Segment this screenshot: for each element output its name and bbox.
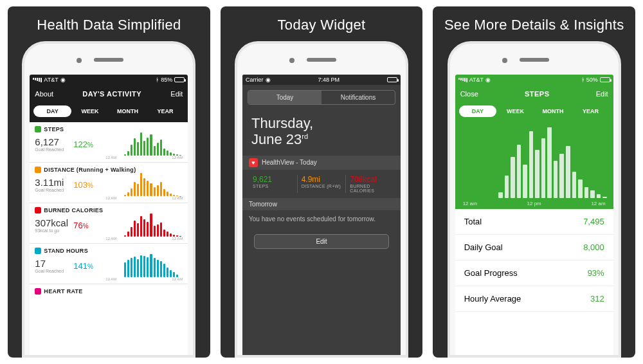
stat-goal[interactable]: Daily Goal8,000 (455, 235, 613, 260)
metric-calories[interactable]: BURNED CALORIES 307kcal 93kcal to go 76%… (30, 203, 188, 244)
page-title: STEPS (525, 90, 550, 98)
status-bar: AT&T ◉ ᚼ 85% (30, 75, 188, 85)
steps-pct: 122% (73, 140, 103, 149)
status-bar: Carrier ◉ 7:48 PM (242, 75, 401, 85)
carrier-label: Carrier (246, 77, 264, 83)
wifi-icon: ◉ (266, 77, 271, 83)
battery-icon (387, 77, 397, 82)
panel-details: See More Details & Insights AT&T ◉ ᚼ 50%… (433, 6, 635, 358)
battery-pct: 85% (161, 77, 172, 83)
signal-icon (33, 78, 42, 82)
range-year[interactable]: YEAR (147, 105, 185, 117)
tab-notifications[interactable]: Notifications (322, 91, 395, 104)
distance-value: 3.11mi (35, 177, 73, 188)
calories-chart (103, 214, 183, 237)
panel-title: See More Details & Insights (444, 6, 624, 41)
calories-value: 307kcal (35, 217, 73, 228)
range-day[interactable]: DAY (33, 105, 71, 117)
range-day[interactable]: DAY (459, 105, 497, 117)
steps-sub: Goal Reached (35, 147, 73, 152)
signal-icon (458, 78, 467, 82)
metric-distance[interactable]: DISTANCE (Running + Walking) 3.11mi Goal… (30, 163, 188, 203)
edit-button[interactable]: Edit (170, 90, 183, 98)
steps-detail-chart: 12 am 12 pm 12 am (455, 122, 613, 209)
phone-frame: Carrier ◉ 7:48 PM Today Notifications Th… (235, 41, 408, 358)
calories-icon (35, 207, 41, 214)
widget-tabs: Today Notifications (248, 90, 395, 105)
widget-header[interactable]: ♥ HealthView - Today (242, 156, 401, 170)
status-bar: AT&T ◉ ᚼ 50% (455, 75, 613, 85)
carrier-label: AT&T (469, 77, 484, 83)
nav-bar: Close STEPS Edit (455, 85, 613, 103)
range-week[interactable]: WEEK (71, 105, 109, 117)
steps-chart (103, 132, 183, 156)
screen-activity: AT&T ◉ ᚼ 85% About DAY'S ACTIVITY Edit D… (30, 75, 188, 355)
steps-icon (35, 126, 41, 132)
panel-title: Health Data Simplified (37, 6, 181, 41)
range-week[interactable]: WEEK (496, 105, 534, 117)
screen-steps-detail: AT&T ◉ ᚼ 50% Close STEPS Edit DAY WEEK M… (455, 75, 613, 355)
edit-button[interactable]: Edit (596, 90, 608, 98)
tomorrow-header: Tomorrow (242, 198, 401, 210)
stat-hourly[interactable]: Hourly Average312 (455, 286, 613, 312)
stat-total[interactable]: Total7,495 (455, 209, 613, 235)
stand-pct: 141% (73, 261, 103, 271)
stand-icon (35, 248, 41, 254)
widget-stat-steps: 9,621 STEPS (249, 175, 298, 193)
tomorrow-message: You have no events scheduled for tomorro… (242, 210, 401, 232)
widget-date: Thursday, June 23rd (242, 110, 401, 156)
time-label: 7:48 PM (318, 77, 340, 83)
range-year[interactable]: YEAR (572, 105, 610, 117)
stat-progress[interactable]: Goal Progress93% (455, 260, 613, 286)
screen-widget: Carrier ◉ 7:48 PM Today Notifications Th… (242, 75, 401, 355)
range-month[interactable]: MONTH (109, 105, 147, 117)
wifi-icon: ◉ (60, 77, 66, 83)
nav-bar: About DAY'S ACTIVITY Edit (30, 85, 188, 103)
widget-stat-distance: 4.9mi DISTANCE (R+W) (298, 175, 347, 193)
metric-stand[interactable]: STAND HOURS 17 Goal Reached 141% 12 AM12… (30, 244, 188, 284)
range-selector: DAY WEEK MONTH YEAR (30, 103, 188, 122)
page-title: DAY'S ACTIVITY (82, 90, 141, 98)
distance-pct: 103% (73, 180, 103, 190)
range-month[interactable]: MONTH (534, 105, 572, 117)
panel-today-widget: Today Widget Carrier ◉ 7:48 PM Today Not… (221, 6, 423, 358)
phone-frame: AT&T ◉ ᚼ 85% About DAY'S ACTIVITY Edit D… (22, 41, 195, 358)
calories-pct: 76% (73, 221, 103, 230)
panel-title: Today Widget (278, 6, 366, 41)
battery-pct: 50% (586, 77, 598, 83)
widget-edit-button[interactable]: Edit (254, 234, 389, 249)
bluetooth-icon: ᚼ (156, 77, 159, 83)
steps-value: 6,127 (35, 136, 73, 147)
widget-stat-calories: 708kcal BURNED CALORIES (346, 175, 394, 193)
bluetooth-icon: ᚼ (581, 77, 584, 83)
stand-value: 17 (35, 258, 73, 269)
tab-today[interactable]: Today (248, 91, 322, 104)
heartrate-icon (35, 288, 41, 295)
battery-icon (600, 77, 610, 82)
heart-icon: ♥ (249, 158, 258, 167)
close-button[interactable]: Close (460, 90, 478, 98)
range-selector: DAY WEEK MONTH YEAR (455, 103, 613, 122)
distance-icon (35, 167, 41, 173)
metric-steps[interactable]: STEPS 6,127 Goal Reached 122% 12 AM12 AM (30, 122, 188, 163)
wifi-icon: ◉ (485, 77, 491, 83)
carrier-label: AT&T (44, 77, 58, 83)
panel-health-data: Health Data Simplified AT&T ◉ ᚼ 85% Abou… (8, 6, 210, 358)
stand-chart (103, 254, 183, 277)
about-button[interactable]: About (35, 90, 53, 98)
widget-stats: 9,621 STEPS 4.9mi DISTANCE (R+W) 708kcal… (242, 170, 401, 198)
phone-frame: AT&T ◉ ᚼ 50% Close STEPS Edit DAY WEEK M… (448, 41, 621, 358)
distance-chart (103, 173, 183, 196)
metric-heartrate[interactable]: HEART RATE (30, 284, 188, 297)
battery-icon (174, 77, 185, 82)
